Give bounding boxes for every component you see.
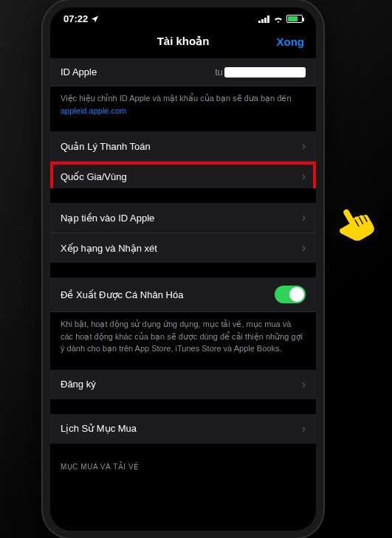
phone-frame: 07:22 Tài khoản Xong ID Apple tu Việc hi…	[43, 0, 323, 538]
payment-row[interactable]: Quản Lý Thanh Toán ›	[50, 131, 316, 162]
purchases-section-header: MỤC MUA VÀ TẢI VỀ	[50, 458, 316, 474]
appleid-link[interactable]: appleid.apple.com	[61, 106, 126, 115]
apple-id-label: ID Apple	[61, 66, 215, 77]
svg-rect-1	[261, 19, 264, 23]
chevron-right-icon: ›	[302, 241, 306, 255]
apple-id-row[interactable]: ID Apple tu	[50, 58, 316, 86]
chevron-right-icon: ›	[302, 378, 306, 391]
pointer-hand-icon	[326, 198, 379, 251]
signal-icon	[258, 15, 270, 23]
svg-rect-2	[264, 18, 267, 23]
purchase-history-row[interactable]: Lịch Sử Mục Mua ›	[50, 414, 316, 444]
apple-id-prefix: tu	[215, 66, 223, 77]
svg-rect-0	[258, 21, 261, 23]
status-time: 07:22	[63, 13, 88, 24]
page-title: Tài khoản	[157, 35, 210, 48]
apple-id-masked	[224, 67, 306, 77]
country-region-row[interactable]: Quốc Gia/Vùng ›	[50, 162, 316, 188]
personalized-footer: Khi bật, hoạt động sử dụng ứng dụng, mục…	[50, 312, 316, 355]
chevron-right-icon: ›	[302, 211, 306, 224]
done-button[interactable]: Xong	[277, 35, 305, 48]
svg-rect-3	[267, 15, 269, 23]
personalized-row: Đề Xuất Được Cá Nhân Hóa	[50, 277, 316, 312]
notch	[131, 7, 235, 24]
location-icon	[91, 15, 99, 23]
nav-header: Tài khoản Xong	[50, 27, 316, 58]
chevron-right-icon: ›	[302, 170, 306, 183]
chevron-right-icon: ›	[302, 422, 306, 435]
chevron-right-icon: ›	[302, 139, 306, 153]
battery-icon	[286, 15, 303, 23]
personalized-toggle[interactable]	[275, 286, 306, 303]
wifi-icon	[273, 15, 283, 23]
add-funds-row[interactable]: Nạp tiền vào ID Apple ›	[50, 203, 316, 233]
apple-id-footer: Việc hiệu chỉnh ID Apple và mật khẩu của…	[50, 86, 316, 117]
subscribe-row[interactable]: Đăng ký ›	[50, 370, 316, 399]
ratings-row[interactable]: Xếp hạng và Nhận xét ›	[50, 233, 316, 263]
